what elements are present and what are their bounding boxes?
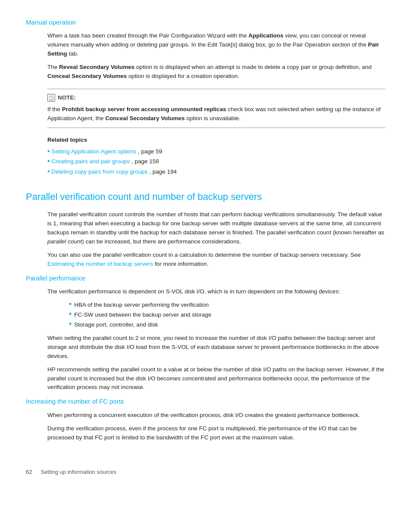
page-footer: 62 Setting up information sources	[26, 468, 385, 476]
bullet-icon: •	[69, 310, 72, 318]
bullet-icon: •	[69, 300, 72, 308]
manual-operation-para2: The Reveal Secondary Volumes option is i…	[47, 63, 385, 81]
footer-page-number: 62	[26, 468, 32, 476]
bullet-icon: •	[47, 158, 50, 165]
note-content: If the Prohibit backup server from acces…	[47, 105, 385, 123]
note-label: NOTE:	[58, 93, 76, 103]
related-link-1[interactable]: Setting Application Agent options	[52, 147, 137, 156]
parallel-performance-para3: HP recommends setting the parallel count…	[47, 365, 385, 392]
bullet-icon: •	[47, 148, 50, 155]
applications-bold: Applications	[249, 32, 283, 39]
manual-operation-section: Manual operation When a task has been cr…	[26, 17, 385, 177]
manual-operation-para1: When a task has been created through the…	[47, 31, 385, 59]
note-header: 📋 NOTE:	[47, 93, 385, 103]
related-topics-title: Related topics	[47, 136, 385, 145]
list-item: • Creating pairs and pair groups, page 1…	[47, 157, 385, 166]
related-link-3[interactable]: Deleting copy pairs from copy groups	[52, 168, 148, 177]
manual-operation-heading: Manual operation	[26, 17, 385, 27]
footer-caption: Setting up information sources	[40, 468, 116, 476]
increasing-fc-ports-section: Increasing the number of FC ports When p…	[26, 396, 385, 442]
list-item: • Deleting copy pairs from copy groups, …	[47, 168, 385, 177]
parallel-performance-bullets: • HBA of the backup server performing th…	[69, 301, 385, 330]
list-item: • HBA of the backup server performing th…	[69, 301, 385, 310]
parallel-verification-heading: Parallel verification count and number o…	[26, 190, 385, 204]
reveal-secondary-bold: Reveal Secondary Volumes	[59, 64, 134, 70]
bullet-icon: •	[47, 168, 50, 175]
parallel-verification-section: Parallel verification count and number o…	[26, 190, 385, 442]
parallel-performance-heading: Parallel performance	[26, 273, 385, 283]
list-item: • FC-SW used between the backup server a…	[69, 311, 385, 320]
list-item: • Storage port, controller, and disk	[69, 320, 385, 330]
estimating-link[interactable]: Estimating the number of backup servers	[47, 261, 153, 267]
conceal-secondary-note-bold: Conceal Secondary Volumes	[105, 115, 184, 121]
related-topics-list: • Setting Application Agent options, pag…	[47, 147, 385, 177]
related-topics: Related topics • Setting Application Age…	[47, 136, 385, 177]
increasing-fc-ports-heading: Increasing the number of FC ports	[26, 396, 385, 406]
prohibit-backup-bold: Prohibit backup server from accessing un…	[62, 106, 226, 112]
fc-ports-para2: During the verification process, even if…	[47, 424, 385, 442]
parallel-performance-para1: The verification performance is dependen…	[47, 287, 385, 296]
fc-ports-para1: When performing a concurrent execution o…	[47, 411, 385, 420]
parallel-verification-para2: You can also use the parallel verificati…	[47, 251, 385, 269]
parallel-performance-para2: When setting the parallel count to 2 or …	[47, 334, 385, 361]
bullet-icon: •	[69, 320, 72, 328]
list-item: • Setting Application Agent options, pag…	[47, 147, 385, 156]
note-box: 📋 NOTE: If the Prohibit backup server fr…	[47, 89, 385, 128]
parallel-verification-para1: The parallel verification count controls…	[47, 210, 385, 246]
parallel-performance-section: Parallel performance The verification pe…	[26, 273, 385, 392]
note-icon: 📋	[47, 94, 55, 102]
conceal-secondary-bold: Conceal Secondary Volumes	[47, 73, 127, 79]
related-link-2[interactable]: Creating pairs and pair groups	[52, 157, 130, 166]
parallel-count-italic: parallel count	[47, 238, 82, 245]
